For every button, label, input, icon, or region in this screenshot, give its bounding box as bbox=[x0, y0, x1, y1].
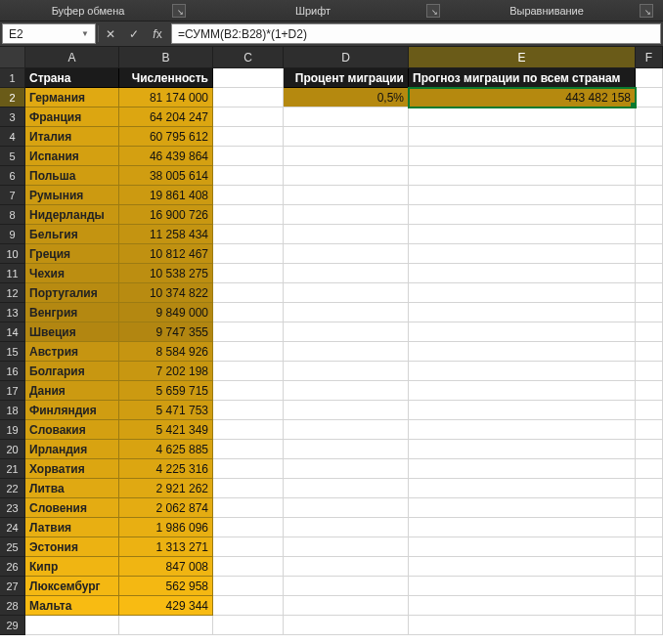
cell-F7[interactable] bbox=[636, 186, 663, 205]
cell-D2[interactable]: 0,5% bbox=[284, 88, 409, 107]
cell-D27[interactable] bbox=[284, 577, 409, 596]
cell-C6[interactable] bbox=[213, 166, 284, 186]
cell-C24[interactable] bbox=[213, 518, 284, 537]
cell-B26[interactable]: 847 008 bbox=[119, 557, 213, 577]
cell-D21[interactable] bbox=[284, 459, 409, 479]
cell-B27[interactable]: 562 958 bbox=[119, 577, 213, 596]
cell-B2[interactable]: 81 174 000 bbox=[119, 88, 213, 107]
cell-A21[interactable]: Хорватия bbox=[25, 459, 119, 479]
row-header[interactable]: 28 bbox=[0, 596, 25, 616]
cell-D8[interactable] bbox=[284, 205, 409, 225]
row-header[interactable]: 13 bbox=[0, 303, 25, 322]
cell-E14[interactable] bbox=[409, 322, 636, 342]
cell-A3[interactable]: Франция bbox=[25, 107, 119, 127]
cell-B13[interactable]: 9 849 000 bbox=[119, 303, 213, 322]
cell-B7[interactable]: 19 861 408 bbox=[119, 186, 213, 205]
cell-B9[interactable]: 11 258 434 bbox=[119, 225, 213, 244]
cell-F19[interactable] bbox=[636, 420, 663, 440]
cell-F12[interactable] bbox=[636, 283, 663, 303]
cell-B1[interactable]: Численность bbox=[119, 68, 213, 88]
cell-A22[interactable]: Литва bbox=[25, 479, 119, 498]
cell-F22[interactable] bbox=[636, 479, 663, 498]
column-header-E[interactable]: E bbox=[409, 47, 636, 68]
cell-B28[interactable]: 429 344 bbox=[119, 596, 213, 616]
cell-B29[interactable] bbox=[119, 616, 213, 635]
cell-E8[interactable] bbox=[409, 205, 636, 225]
cell-F10[interactable] bbox=[636, 244, 663, 264]
cell-C7[interactable] bbox=[213, 186, 284, 205]
cell-D3[interactable] bbox=[284, 107, 409, 127]
cell-C11[interactable] bbox=[213, 264, 284, 283]
cell-B3[interactable]: 64 204 247 bbox=[119, 107, 213, 127]
cell-A27[interactable]: Люксембург bbox=[25, 577, 119, 596]
cell-A2[interactable]: Германия bbox=[25, 88, 119, 107]
cell-E1[interactable]: Прогноз миграции по всем странам bbox=[409, 68, 636, 88]
row-header[interactable]: 27 bbox=[0, 577, 25, 596]
cell-F21[interactable] bbox=[636, 459, 663, 479]
dialog-launcher-icon[interactable]: ↘ bbox=[426, 4, 440, 18]
cell-A7[interactable]: Румыния bbox=[25, 186, 119, 205]
cell-E2[interactable]: 443 482 158 bbox=[409, 88, 636, 107]
cell-D20[interactable] bbox=[284, 440, 409, 459]
cell-F6[interactable] bbox=[636, 166, 663, 186]
cell-E11[interactable] bbox=[409, 264, 636, 283]
cell-A19[interactable]: Словакия bbox=[25, 420, 119, 440]
cell-F14[interactable] bbox=[636, 322, 663, 342]
cell-E21[interactable] bbox=[409, 459, 636, 479]
cell-A28[interactable]: Мальта bbox=[25, 596, 119, 616]
cell-F16[interactable] bbox=[636, 362, 663, 381]
row-header[interactable]: 4 bbox=[0, 127, 25, 147]
cell-A1[interactable]: Страна bbox=[25, 68, 119, 88]
cell-F27[interactable] bbox=[636, 577, 663, 596]
row-header[interactable]: 18 bbox=[0, 401, 25, 420]
dialog-launcher-icon[interactable]: ↘ bbox=[172, 4, 186, 18]
fx-icon[interactable]: fx bbox=[146, 21, 169, 46]
row-header[interactable]: 2 bbox=[0, 88, 25, 107]
cell-C22[interactable] bbox=[213, 479, 284, 498]
cell-F2[interactable] bbox=[636, 88, 663, 107]
cell-D29[interactable] bbox=[284, 616, 409, 635]
column-header-A[interactable]: A bbox=[25, 47, 119, 68]
cell-C4[interactable] bbox=[213, 127, 284, 147]
cell-F18[interactable] bbox=[636, 401, 663, 420]
column-header-C[interactable]: C bbox=[213, 47, 284, 68]
cell-C16[interactable] bbox=[213, 362, 284, 381]
chevron-down-icon[interactable]: ▼ bbox=[81, 29, 89, 38]
cell-E27[interactable] bbox=[409, 577, 636, 596]
cell-D26[interactable] bbox=[284, 557, 409, 577]
cell-D14[interactable] bbox=[284, 322, 409, 342]
cell-E7[interactable] bbox=[409, 186, 636, 205]
cell-F4[interactable] bbox=[636, 127, 663, 147]
cell-F28[interactable] bbox=[636, 596, 663, 616]
cells-area[interactable]: СтранаЧисленностьПроцент миграцииПрогноз… bbox=[25, 68, 663, 635]
cell-C12[interactable] bbox=[213, 283, 284, 303]
cell-E5[interactable] bbox=[409, 147, 636, 166]
cell-C17[interactable] bbox=[213, 381, 284, 401]
row-header[interactable]: 17 bbox=[0, 381, 25, 401]
cell-D1[interactable]: Процент миграции bbox=[284, 68, 409, 88]
cell-D11[interactable] bbox=[284, 264, 409, 283]
cell-F11[interactable] bbox=[636, 264, 663, 283]
cell-D5[interactable] bbox=[284, 147, 409, 166]
cell-C26[interactable] bbox=[213, 557, 284, 577]
cell-B14[interactable]: 9 747 355 bbox=[119, 322, 213, 342]
cell-D10[interactable] bbox=[284, 244, 409, 264]
row-header[interactable]: 21 bbox=[0, 459, 25, 479]
cell-B12[interactable]: 10 374 822 bbox=[119, 283, 213, 303]
cell-B19[interactable]: 5 421 349 bbox=[119, 420, 213, 440]
row-header[interactable]: 12 bbox=[0, 283, 25, 303]
cell-B17[interactable]: 5 659 715 bbox=[119, 381, 213, 401]
cell-F29[interactable] bbox=[636, 616, 663, 635]
cell-D28[interactable] bbox=[284, 596, 409, 616]
formula-input[interactable]: =СУММ(B2:B28)*(1+D2) bbox=[171, 23, 661, 44]
cell-A9[interactable]: Бельгия bbox=[25, 225, 119, 244]
row-header[interactable]: 20 bbox=[0, 440, 25, 459]
cell-D15[interactable] bbox=[284, 342, 409, 362]
row-header[interactable]: 6 bbox=[0, 166, 25, 186]
cell-A17[interactable]: Дания bbox=[25, 381, 119, 401]
cell-D25[interactable] bbox=[284, 537, 409, 557]
column-header-D[interactable]: D bbox=[284, 47, 409, 68]
cell-A10[interactable]: Греция bbox=[25, 244, 119, 264]
cell-F1[interactable] bbox=[636, 68, 663, 88]
cell-E23[interactable] bbox=[409, 498, 636, 518]
